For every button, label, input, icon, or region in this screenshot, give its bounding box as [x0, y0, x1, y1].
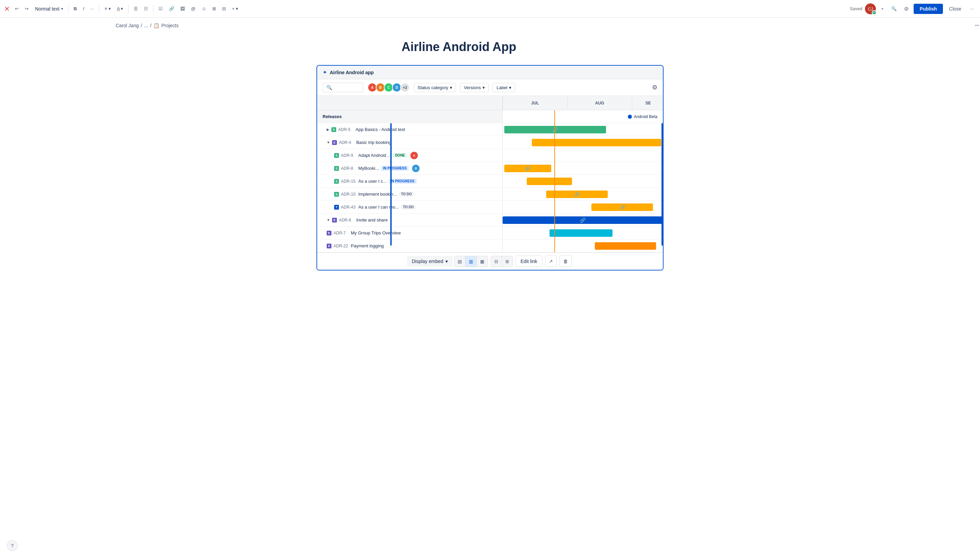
month-sep: SE — [632, 96, 663, 110]
task-id: ADR-22 — [333, 244, 349, 248]
task-bar[interactable] — [527, 177, 572, 185]
table-row: S ADR-15 As a user I c... IN PROGRESS — [317, 175, 502, 188]
table-row: T ADR-43 As a user I can mo... TO DO — [317, 201, 502, 214]
expand-icon[interactable]: ▶ — [327, 128, 329, 131]
versions-filter[interactable]: Versions ▾ — [460, 83, 489, 92]
embed-container: ✦ Airline Android app 🔍 A B C D +2 Statu… — [317, 65, 663, 271]
gantt-search-input[interactable] — [334, 85, 361, 90]
more-options-button[interactable]: ··· — [967, 5, 976, 13]
releases-label: Releases — [323, 114, 341, 119]
table-button[interactable]: ⊞ — [210, 5, 218, 13]
expand-width-button[interactable]: ↔ — [974, 22, 980, 29]
task-name[interactable]: MyBooki... — [358, 166, 379, 171]
color-button[interactable]: A ▾ — [115, 5, 126, 13]
link-button[interactable]: 🔗 — [166, 5, 177, 13]
gantt-months-header: JUL AUG SE — [502, 96, 663, 110]
bottom-toolbar: Display embed ▾ ▤ ▥ ▦ ⊟ ⊞ Edit link ↗ 🗑 — [317, 253, 663, 270]
insert-more-button[interactable]: + ▾ — [230, 5, 241, 13]
mention-button[interactable]: @ — [189, 5, 198, 13]
checkbox-button[interactable]: ☑ — [156, 5, 165, 13]
restrict-button[interactable]: ⊘ — [902, 4, 911, 14]
align-right-button[interactable]: ▦ — [477, 256, 488, 267]
text-format-label: Normal text — [35, 6, 59, 11]
align-full-button[interactable]: ⊞ — [502, 256, 512, 267]
task-name[interactable]: Basic trip booking — [356, 140, 391, 145]
gantt-settings-button[interactable]: ⚙ — [652, 84, 657, 91]
edit-link-button[interactable]: Edit link — [515, 256, 542, 267]
align-left-button[interactable]: ▤ — [454, 256, 466, 267]
text-format-dropdown[interactable]: Normal text ▾ — [32, 5, 66, 13]
task-name[interactable]: As a user I can mo... — [358, 205, 399, 210]
task-bar[interactable]: 🔗 — [546, 190, 608, 198]
task-bar[interactable]: 🔗 — [591, 204, 653, 211]
open-link-button[interactable]: ↗ — [545, 256, 557, 267]
layout-button[interactable]: ⊟ — [220, 5, 228, 13]
bold-button[interactable]: B — [71, 5, 79, 13]
status-category-filter[interactable]: Status category ▾ — [414, 83, 456, 92]
gantt-bars-panel: JUL AUG SE Android Beta 🔗 — [502, 96, 663, 253]
expand-icon[interactable]: ▼ — [327, 141, 330, 144]
task-bar[interactable] — [532, 139, 661, 146]
publish-button[interactable]: Publish — [914, 4, 943, 14]
releases-row: Releases — [317, 110, 502, 123]
bar-row-adr9 — [502, 149, 663, 162]
bar-row-adr4 — [502, 136, 663, 149]
month-aug: AUG — [567, 96, 632, 110]
story-icon: S — [334, 192, 339, 197]
breadcrumb-section-icon: 📋 — [153, 23, 159, 28]
avatar-more[interactable]: +2 — [400, 83, 410, 92]
chevron-down-icon: ▾ — [450, 85, 452, 90]
task-bar[interactable]: 🔗 — [504, 165, 551, 172]
table-row: S ADR-10 Implement bookin... TO DO — [317, 188, 502, 201]
breadcrumb-ellipsis[interactable]: ... — [144, 23, 148, 28]
more-format-button[interactable]: ··· — [88, 5, 97, 13]
task-bar[interactable] — [550, 229, 612, 237]
story-icon: S — [332, 127, 336, 132]
italic-button[interactable]: I — [80, 5, 87, 13]
status-badge: IN PROGRESS — [381, 166, 409, 171]
gantt-task-list: Releases ▶ S ADR-5 App Basics - Android … — [317, 96, 502, 253]
status-badge: TO DO — [399, 192, 414, 197]
saved-status: Saved — [850, 6, 862, 11]
bullet-list-button[interactable]: ☰ — [131, 5, 140, 13]
label-filter[interactable]: Label ▾ — [493, 83, 515, 92]
table-row: S ADR-8 MyBooki... IN PROGRESS B — [317, 162, 502, 175]
numbered-list-button[interactable]: ☷ — [141, 5, 150, 13]
display-embed-button[interactable]: Display embed ▾ — [407, 256, 453, 267]
link-icon: 🔗 — [619, 205, 625, 210]
undo-button[interactable]: ↩ — [13, 5, 21, 13]
task-name[interactable]: Invite and share — [356, 217, 388, 223]
redo-button[interactable]: ↪ — [23, 5, 31, 13]
emoji-button[interactable]: ☺ — [199, 5, 208, 13]
task-id: ADR-7 — [333, 231, 349, 235]
breadcrumb-author[interactable]: Carol Jang — [116, 23, 139, 28]
align-center-button[interactable]: ▥ — [466, 256, 477, 267]
label-text: Label — [496, 85, 507, 90]
left-scroll-bar[interactable] — [390, 123, 392, 246]
task-bar[interactable]: 🔗 — [504, 126, 606, 133]
task-id: ADR-8 — [341, 166, 356, 171]
task-bar[interactable]: 🔗 — [502, 217, 663, 224]
task-name[interactable]: Adapt Android ... — [358, 153, 391, 158]
delete-button[interactable]: 🗑 — [560, 256, 572, 267]
status-category-label: Status category — [417, 85, 448, 90]
close-button[interactable]: Close — [946, 4, 965, 14]
add-button[interactable]: + — [878, 5, 886, 13]
task-name[interactable]: Payment logging — [351, 243, 384, 248]
bar-row-adr7 — [502, 226, 663, 240]
image-button[interactable]: 🖼 — [178, 5, 187, 13]
task-name[interactable]: As a user I c... — [358, 179, 387, 184]
table-row: E ADR-22 Payment logging — [317, 240, 502, 253]
search-button[interactable]: 🔍 — [889, 5, 899, 13]
bar-row-adr8: 🔗 — [502, 162, 663, 175]
expand-icon[interactable]: ▼ — [327, 218, 330, 222]
align-button[interactable]: ≡ ▾ — [102, 5, 113, 13]
table-row: E ADR-7 My Group Trips Overview — [317, 226, 502, 240]
task-bar[interactable] — [595, 242, 657, 250]
task-name[interactable]: My Group Trips Overview — [351, 230, 401, 235]
align-wide-button[interactable]: ⊟ — [491, 256, 502, 267]
today-line — [554, 110, 555, 253]
right-scroll-bar[interactable] — [662, 123, 663, 246]
task-name[interactable]: App Basics - Android test — [356, 127, 405, 132]
breadcrumb-section[interactable]: Projects — [161, 23, 179, 28]
